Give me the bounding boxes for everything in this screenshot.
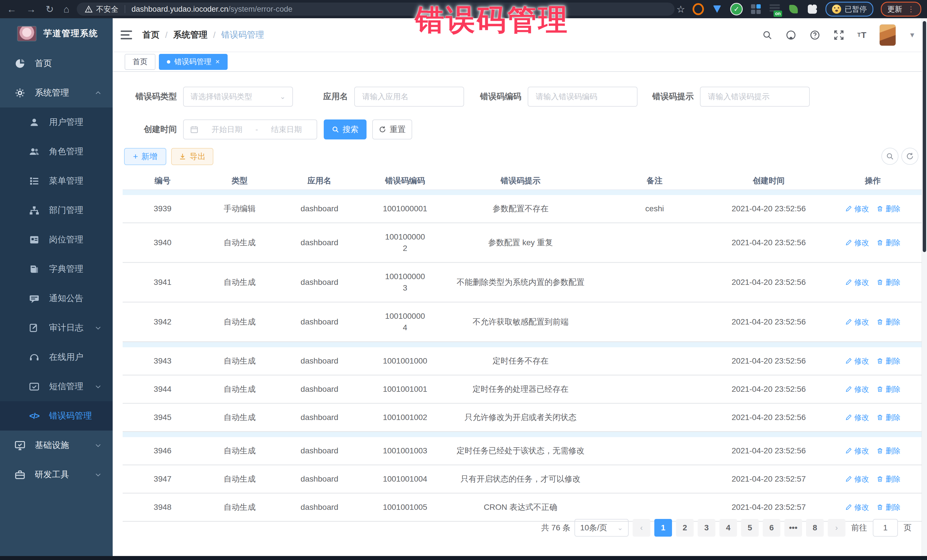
browser-menu-icon[interactable]: ⋮ <box>907 7 915 11</box>
browser-update-button[interactable]: 更新 ⋮ <box>881 2 921 17</box>
extension-leaf-icon[interactable] <box>788 3 799 15</box>
user-avatar[interactable] <box>880 24 896 46</box>
page-scrollbar[interactable] <box>922 18 927 556</box>
address-bar[interactable]: 不安全 dashboard.yudao.iocoder.cn/system/er… <box>77 3 675 16</box>
delete-link[interactable]: 删除 <box>877 412 900 423</box>
extension-grid-icon[interactable] <box>750 3 761 15</box>
browser-reload-icon[interactable]: ↻ <box>46 4 54 14</box>
table-row-3944[interactable]: 3944自动生成dashboard1001001001定时任务的处理器已经存在2… <box>123 375 924 404</box>
delete-link[interactable]: 删除 <box>877 355 900 367</box>
edit-link[interactable]: 修改 <box>845 384 869 395</box>
chevron-down-icon[interactable]: ▼ <box>909 31 916 39</box>
page-button-8[interactable]: 8 <box>806 519 824 537</box>
bookmark-star-icon[interactable]: ☆ <box>676 3 685 15</box>
page-button-2[interactable]: 2 <box>676 519 694 537</box>
error-message-input[interactable] <box>707 92 802 102</box>
sidebar-item-6[interactable]: 岗位管理 <box>0 225 112 254</box>
sidebar-item-12[interactable]: </> 错误码管理 <box>0 401 112 431</box>
sidebar-item-8[interactable]: 通知公告 <box>0 284 112 313</box>
table-row-3945[interactable]: 3945自动生成dashboard1001001002只允许修改为开启或者关闭状… <box>123 404 924 432</box>
table-row-3942[interactable]: 3942自动生成dashboard1001000004不允许获取敏感配置到前端2… <box>123 302 924 342</box>
table-row-3947[interactable]: 3947自动生成dashboard1001001004只有开启状态的任务，才可以… <box>123 465 924 493</box>
edit-link[interactable]: 修改 <box>845 445 869 457</box>
delete-link[interactable]: 删除 <box>877 445 900 457</box>
extension-pin-icon[interactable] <box>711 3 723 15</box>
table-row-3946[interactable]: 3946自动生成dashboard1001001003定时任务已经处于该状态，无… <box>123 437 924 465</box>
delete-link[interactable]: 删除 <box>877 502 900 513</box>
error-code-input[interactable] <box>535 92 630 102</box>
table-row-3939[interactable]: 3939手动编辑dashboard1001000001参数配置不存在ceshi2… <box>123 195 924 223</box>
scrollbar-thumb[interactable] <box>923 21 926 252</box>
font-size-icon[interactable]: TT <box>857 30 867 40</box>
table-row-3943[interactable]: 3943自动生成dashboard1001001000定时任务不存在2021-0… <box>123 347 924 375</box>
sidebar-toggle-icon[interactable] <box>121 30 132 39</box>
tab-home[interactable]: 首页 <box>125 54 155 70</box>
browser-forward-icon[interactable]: → <box>26 4 36 14</box>
sidebar-item-10[interactable]: 在线用户 <box>0 343 112 372</box>
sidebar-item-13[interactable]: 基础设施 <box>0 431 112 460</box>
error-type-select[interactable]: 请选择错误码类型 ⌄ <box>183 87 293 107</box>
close-icon[interactable]: × <box>215 57 220 66</box>
export-button[interactable]: 导出 <box>171 148 213 165</box>
extension-icon[interactable] <box>693 3 704 15</box>
edit-link[interactable]: 修改 <box>845 502 869 513</box>
edit-link[interactable]: 修改 <box>845 355 869 367</box>
sidebar-item-14[interactable]: 研发工具 <box>0 460 112 489</box>
github-icon[interactable] <box>786 30 796 41</box>
edit-link[interactable]: 修改 <box>845 237 869 248</box>
table-row-3941[interactable]: 3941自动生成dashboard1001000003不能删除类型为系统内置的参… <box>123 263 924 302</box>
table-refresh-button[interactable] <box>901 148 918 165</box>
page-ellipsis[interactable]: ••• <box>784 519 802 537</box>
delete-link[interactable]: 删除 <box>877 203 900 214</box>
page-size-select[interactable]: 10条/页 ⌄ <box>574 519 629 537</box>
sidebar-item-9[interactable]: 审计日志 <box>0 313 112 343</box>
sidebar-item-4[interactable]: 菜单管理 <box>0 166 112 196</box>
edit-link[interactable]: 修改 <box>845 473 869 485</box>
security-warning[interactable]: 不安全 <box>85 4 119 14</box>
fullscreen-icon[interactable] <box>833 30 844 41</box>
delete-link[interactable]: 删除 <box>877 237 900 248</box>
sidebar-item-7[interactable]: 字典管理 <box>0 254 112 284</box>
breadcrumb-home[interactable]: 首页 <box>142 29 160 41</box>
breadcrumb-system[interactable]: 系统管理 <box>173 29 207 41</box>
sidebar-logo-row[interactable]: 芋道管理系统 <box>0 18 112 49</box>
extension-check-icon[interactable]: ✓ <box>730 3 743 15</box>
page-button-5[interactable]: 5 <box>741 519 759 537</box>
table-row-3940[interactable]: 3940自动生成dashboard1001000002参数配置 key 重复20… <box>123 223 924 263</box>
next-page-button[interactable]: › <box>828 519 845 537</box>
edit-link[interactable]: 修改 <box>845 203 869 214</box>
profile-paused-badge[interactable]: 已暂停 <box>825 2 873 17</box>
sidebar-item-11[interactable]: 短信管理 <box>0 372 112 401</box>
browser-home-icon[interactable]: ⌂ <box>64 4 70 14</box>
extension-puzzle-icon[interactable] <box>807 3 818 15</box>
table-search-toggle-button[interactable] <box>881 148 898 165</box>
delete-link[interactable]: 删除 <box>877 473 900 485</box>
delete-link[interactable]: 删除 <box>877 316 900 328</box>
delete-link[interactable]: 删除 <box>877 384 900 395</box>
edit-link[interactable]: 修改 <box>845 276 869 288</box>
page-button-6[interactable]: 6 <box>763 519 780 537</box>
sidebar-item-1[interactable]: 系统管理 <box>0 78 112 108</box>
page-button-1[interactable]: 1 <box>654 519 672 537</box>
page-jump-input[interactable] <box>873 519 898 537</box>
edit-link[interactable]: 修改 <box>845 316 869 328</box>
search-button[interactable]: 搜索 <box>324 120 366 140</box>
help-icon[interactable] <box>810 30 820 41</box>
search-icon[interactable] <box>762 30 772 40</box>
reset-button[interactable]: 重置 <box>372 120 412 140</box>
date-range-picker[interactable]: 开始日期 - 结束日期 <box>183 120 317 140</box>
sidebar-item-5[interactable]: 部门管理 <box>0 196 112 225</box>
page-button-4[interactable]: 4 <box>719 519 737 537</box>
sidebar-item-3[interactable]: 角色管理 <box>0 137 112 166</box>
table-row-3948[interactable]: 3948自动生成dashboard1001001005CRON 表达式不正确20… <box>123 493 924 522</box>
delete-link[interactable]: 删除 <box>877 276 900 288</box>
sidebar-item-0[interactable]: 首页 <box>0 49 112 78</box>
page-button-3[interactable]: 3 <box>698 519 715 537</box>
prev-page-button[interactable]: ‹ <box>633 519 650 537</box>
edit-link[interactable]: 修改 <box>845 412 869 423</box>
tab-error-code[interactable]: 错误码管理 × <box>159 54 228 70</box>
sidebar-item-2[interactable]: 用户管理 <box>0 108 112 137</box>
app-name-input[interactable] <box>362 92 457 102</box>
extension-onetab-icon[interactable]: on <box>769 3 780 15</box>
add-button[interactable]: + 新增 <box>124 148 166 165</box>
